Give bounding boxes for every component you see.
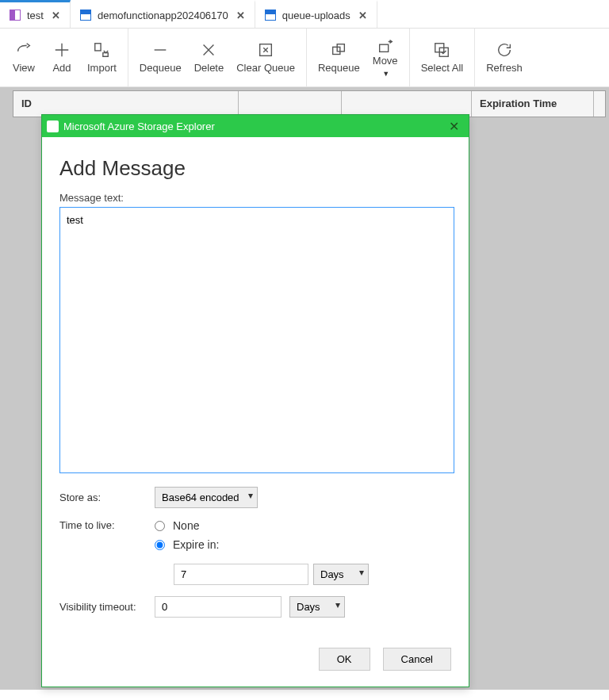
refresh-icon [496,41,513,59]
move-button[interactable]: Move ▼ [366,34,404,81]
queue-icon [10,10,21,21]
refresh-button[interactable]: Refresh [480,38,529,77]
ok-button[interactable]: OK [319,648,370,671]
clear-icon [257,41,274,59]
tab-queue-uploads[interactable]: queue-uploads ✕ [255,0,377,28]
import-button[interactable]: Import [81,38,123,77]
app-icon [265,10,276,21]
ttl-label: Time to live: [59,519,147,531]
message-text-label: Message text: [59,192,451,204]
toolbar: View Add Import Dequeue Delete Clear Que… [0,29,609,87]
col-insertion[interactable] [342,91,472,117]
col-message[interactable] [239,91,342,117]
ttl-none-radio-input[interactable] [155,521,165,531]
tab-bar: test ✕ demofunctionapp202406170 ✕ queue-… [0,0,609,29]
svg-rect-2 [333,47,340,54]
svg-rect-4 [379,44,388,52]
dequeue-button[interactable]: Dequeue [133,38,188,77]
ttl-expire-radio[interactable]: Expire in: [155,538,369,551]
col-id[interactable]: ID [13,91,239,117]
select-all-button[interactable]: Select All [415,38,469,77]
expire-value-input[interactable] [174,564,308,585]
app-icon [80,10,91,21]
tab-label: queue-uploads [282,10,350,21]
view-button[interactable]: View [5,38,43,77]
add-message-dialog: 🗔 Microsoft Azure Storage Explorer ✕ Add… [41,114,469,687]
tab-test[interactable]: test ✕ [0,0,71,28]
expire-unit-select[interactable]: Days [313,564,369,585]
minus-icon [151,41,169,59]
requeue-button[interactable]: Requeue [312,38,366,77]
clear-queue-button[interactable]: Clear Queue [230,38,301,77]
move-icon [377,37,394,55]
close-icon[interactable]: ✕ [235,8,247,23]
add-button[interactable]: Add [43,38,81,77]
table-header: ID Expiration Time [13,90,606,117]
ttl-none-radio[interactable]: None [155,519,369,532]
arrow-redo-icon [15,41,33,59]
import-icon [93,41,110,59]
delete-button[interactable]: Delete [188,38,231,77]
close-icon[interactable]: ✕ [357,8,369,23]
store-as-label: Store as: [59,492,147,503]
tab-demofunctionapp[interactable]: demofunctionapp202406170 ✕ [71,0,255,28]
ttl-expire-label: Expire in: [173,538,219,551]
close-icon[interactable]: ✕ [50,8,62,23]
cancel-button[interactable]: Cancel [383,648,451,671]
tab-label: demofunctionapp202406170 [98,10,228,21]
dialog-window-title: Microsoft Azure Storage Explorer [63,120,215,132]
store-as-select[interactable]: Base64 encoded [155,487,258,508]
dialog-heading: Add Message [59,156,451,181]
ttl-expire-radio-input[interactable] [155,540,165,550]
x-icon [200,41,217,59]
svg-rect-3 [337,44,344,52]
dialog-close-button[interactable]: ✕ [444,117,464,136]
visibility-value-input[interactable] [155,596,282,618]
visibility-label: Visibility timeout: [59,601,147,613]
message-text-input[interactable] [59,207,454,473]
svg-rect-0 [95,44,101,51]
tab-label: test [27,10,44,21]
plus-icon [53,41,71,59]
ttl-none-label: None [173,519,199,532]
dialog-titlebar: 🗔 Microsoft Azure Storage Explorer ✕ [42,115,469,137]
select-all-icon [433,41,450,59]
requeue-icon [330,41,347,59]
storage-explorer-icon: 🗔 [47,120,59,132]
chevron-down-icon: ▼ [381,70,389,78]
col-expiration[interactable]: Expiration Time [472,91,594,117]
visibility-unit-select[interactable]: Days [289,596,345,618]
